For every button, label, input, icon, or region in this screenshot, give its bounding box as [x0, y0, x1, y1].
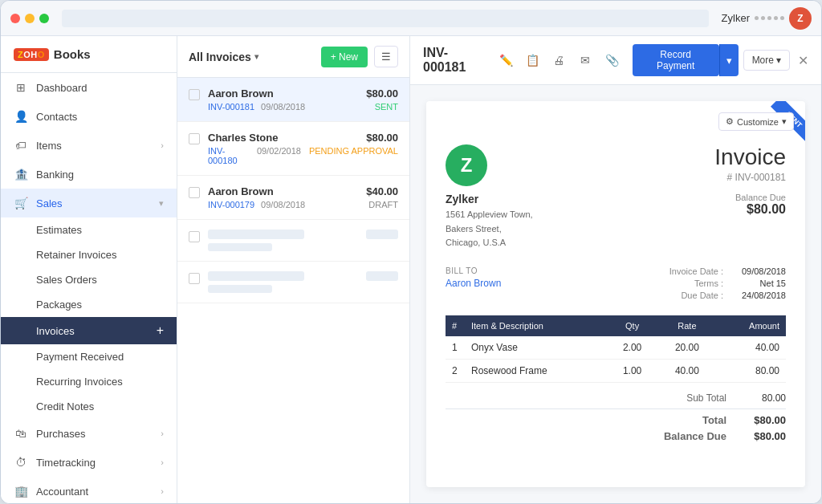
invoice-meta-section: Invoice Date : 09/08/2018 Terms : Net 15…	[669, 266, 786, 303]
sidebar-item-timetracking[interactable]: ⏱ Timetracking ›	[1, 448, 177, 477]
record-payment-button[interactable]: Record Payment	[633, 44, 719, 76]
invoice-checkbox[interactable]	[189, 187, 200, 198]
close-button[interactable]: ✕	[798, 53, 808, 68]
bank-icon: 🏦	[14, 167, 28, 181]
sidebar-item-label: Accountant	[36, 486, 88, 498]
invoice-checkbox[interactable]	[189, 133, 200, 144]
doc-top: Z Zylker 1561 Appleview Town, Bakers Str…	[446, 144, 786, 250]
grid-icon: ⊞	[14, 80, 28, 95]
invoice-title-area: Invoice # INV-000181 Balance Due $80.00	[714, 144, 786, 250]
invoice-customer-name: Charles Stone	[208, 132, 301, 144]
sidebar-item-banking[interactable]: 🏦 Banking	[1, 160, 177, 189]
preview-header: INV-000181 ✏️ 📋 🖨 ✉ 📎 Record Payment ▾ M…	[410, 36, 821, 85]
sidebar-item-retainer-invoices[interactable]: Retainer Invoices	[1, 242, 177, 267]
hamburger-button[interactable]: ☰	[374, 46, 398, 67]
sidebar-item-label: Sales	[36, 197, 63, 209]
app-window: Zylker Z ZOHO Books	[0, 0, 822, 504]
chevron-down-icon: ▾	[782, 116, 787, 127]
more-button[interactable]: More ▾	[743, 50, 790, 71]
invoice-date: 09/08/2018	[261, 200, 305, 209]
total-val: $80.00	[746, 414, 786, 426]
balance-val: $80.00	[746, 430, 786, 442]
filter-dropdown[interactable]: All Invoices ▾	[189, 51, 258, 63]
sidebar-item-recurring-invoices[interactable]: Recurring Invoices	[1, 369, 177, 394]
sidebar-item-estimates[interactable]: Estimates	[1, 217, 177, 242]
total-row: Total $80.00	[446, 414, 786, 426]
chevron-right-icon: ›	[161, 486, 164, 496]
balance-label: Balance Due	[662, 430, 726, 442]
invoice-item[interactable]: Aaron Brown INV-000181 09/08/2018 $80.00…	[177, 78, 409, 122]
user-name: Zylker	[722, 12, 750, 24]
invoice-status: DRAFT	[366, 200, 398, 209]
record-payment-dropdown[interactable]: ▾	[719, 44, 739, 76]
sidebar-item-credit-notes[interactable]: Credit Notes	[1, 394, 177, 419]
logo[interactable]: ZOHO Books	[14, 47, 164, 61]
header-actions: ✏️ 📋 🖨 ✉ 📎 Record Payment ▾ More ▾	[495, 44, 808, 76]
row-qty: 2.00	[607, 336, 657, 360]
sidebar-item-sales[interactable]: 🛒 Sales ▾	[1, 189, 177, 217]
chevron-down-icon: ▾	[159, 198, 164, 209]
invoice-checkbox[interactable]	[189, 89, 200, 100]
terms-row: Terms : Net 15	[669, 278, 786, 288]
close-traffic-light[interactable]	[10, 14, 20, 23]
sidebar-item-sales-orders[interactable]: Sales Orders	[1, 267, 177, 292]
sidebar-item-label: Contacts	[36, 111, 77, 123]
items-table: # Item & Description Qty Rate Amount 1	[446, 315, 786, 383]
invoice-meta: INV-000180 09/02/2018	[208, 146, 301, 165]
sub-total-label: Sub Total	[662, 392, 726, 404]
building-icon: 🏢	[14, 484, 28, 498]
invoice-meta: INV-000181 09/08/2018	[208, 102, 358, 112]
sidebar-item-packages[interactable]: Packages	[1, 292, 177, 317]
table-row: 1 Onyx Vase 2.00 20.00 40.00	[446, 336, 786, 360]
duplicate-button[interactable]: 📋	[522, 49, 543, 71]
attachment-button[interactable]: 📎	[601, 49, 623, 71]
preview-content: Sent ⚙ Customize ▾ Z	[410, 85, 821, 503]
logo-zoho: ZOHO	[18, 50, 45, 59]
sidebar-item-label: Items	[36, 140, 62, 152]
settings-icon: ⚙	[726, 116, 734, 127]
user-dots	[755, 16, 784, 20]
invoice-item[interactable]: Aaron Brown INV-000179 09/08/2018 $40.00…	[177, 176, 409, 220]
sidebar-item-purchases[interactable]: 🛍 Purchases ›	[1, 419, 177, 448]
invoice-checkbox	[189, 231, 200, 242]
new-button[interactable]: + New	[321, 47, 368, 67]
filter-label: All Invoices	[189, 51, 251, 63]
list-panel: All Invoices ▾ + New ☰ Aaron Brown INV-0…	[177, 36, 410, 503]
invoice-item[interactable]: Charles Stone INV-000180 09/02/2018 $80.…	[177, 122, 409, 176]
person-icon: 👤	[14, 109, 28, 124]
preview-panel: INV-000181 ✏️ 📋 🖨 ✉ 📎 Record Payment ▾ M…	[410, 36, 821, 503]
print-button[interactable]: 🖨	[548, 49, 570, 71]
bill-to-label: Bill To	[446, 266, 501, 275]
avatar[interactable]: Z	[789, 7, 812, 30]
sidebar-item-payment-received[interactable]: Payment Received	[1, 344, 177, 369]
sidebar-item-dashboard[interactable]: ⊞ Dashboard	[1, 73, 177, 102]
company-logo: Z	[446, 144, 487, 186]
company-name: Zylker	[446, 193, 533, 205]
user-area: Zylker Z	[722, 7, 812, 30]
customize-button[interactable]: ⚙ Customize ▾	[718, 112, 794, 131]
company-address: 1561 Appleview Town, Bakers Street, Chic…	[446, 208, 533, 250]
row-desc: Rosewood Frame	[465, 359, 607, 382]
sidebar-item-label: Dashboard	[36, 82, 87, 94]
sidebar-item-label: Banking	[36, 169, 74, 181]
chevron-right-icon: ›	[161, 140, 164, 150]
row-rate: 40.00	[657, 359, 717, 382]
sub-total-val: 80.00	[746, 392, 786, 404]
maximize-traffic-light[interactable]	[39, 14, 49, 23]
sidebar-item-contacts[interactable]: 👤 Contacts	[1, 102, 177, 131]
logo-area: ZOHO Books	[1, 36, 177, 73]
invoice-checkbox	[189, 273, 200, 284]
invoice-meta: INV-000179 09/08/2018	[208, 200, 358, 209]
email-button[interactable]: ✉	[575, 49, 596, 71]
sidebar-item-items[interactable]: 🏷 Items ›	[1, 131, 177, 160]
invoice-date: 09/02/2018	[257, 146, 301, 165]
minimize-traffic-light[interactable]	[25, 14, 35, 23]
due-date-label: Due Date :	[681, 291, 723, 300]
cart-icon: 🛒	[14, 196, 28, 210]
chevron-right-icon: ›	[161, 457, 164, 467]
sub-total-row: Sub Total 80.00	[446, 392, 786, 404]
preview-invoice-id: INV-000181	[423, 46, 489, 75]
sidebar-item-invoices[interactable]: Invoices +	[1, 317, 177, 344]
edit-button[interactable]: ✏️	[495, 49, 517, 71]
sidebar-item-accountant[interactable]: 🏢 Accountant ›	[1, 477, 177, 503]
